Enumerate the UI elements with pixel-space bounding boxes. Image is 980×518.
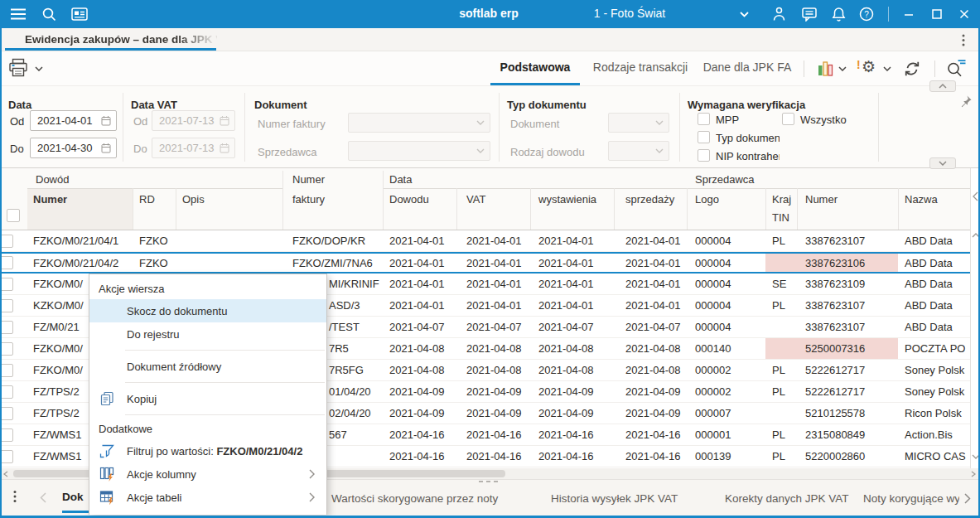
cell-kraj: PL <box>765 381 797 402</box>
hamburger-menu-icon[interactable] <box>11 8 26 20</box>
tabs-scroll-left-icon[interactable] <box>40 492 46 503</box>
column-header-wystawienia[interactable]: wystawienia <box>538 193 596 206</box>
column-header-numer-faktury[interactable]: Numer <box>292 173 325 186</box>
company-selector[interactable]: 1 - Foto Świat <box>547 7 712 20</box>
collapse-right-panel-icon[interactable] <box>973 191 978 201</box>
settings-alert-icon[interactable]: ! ⚙ <box>857 57 878 77</box>
close-button[interactable] <box>958 8 970 20</box>
chart-dropdown-chevron-icon[interactable] <box>838 66 847 71</box>
table-row[interactable]: FZKO/M0/21/04/1 FZKO FZKO/DOP/KR 2021-04… <box>0 230 970 252</box>
row-checkbox[interactable] <box>0 385 13 399</box>
row-checkbox[interactable] <box>0 407 13 420</box>
divider <box>125 350 325 351</box>
top-bar: softlab erp 1 - Foto Świat ? <box>0 0 980 28</box>
tab-podstawowa[interactable]: Podstawowa <box>490 61 580 74</box>
menu-item-filtruj-po-wartosci[interactable]: Filtruj po wartości: FZKO/M0/21/04/2 <box>89 439 326 462</box>
calendar-icon[interactable] <box>101 115 111 126</box>
cell-numer: FZKO/M0/21/04/1 <box>27 230 133 251</box>
column-header-rd[interactable]: RD <box>139 193 155 206</box>
row-checkbox[interactable] <box>0 364 13 377</box>
cell-numer: FZKO/M0/21/04/2 <box>27 254 133 272</box>
print-button[interactable] <box>8 58 28 78</box>
table-row-selected[interactable]: FZKO/M0/21/04/2 FZKO FZKO/ZMI/7NA6 2021-… <box>0 252 970 274</box>
cell-kraj: PL <box>765 446 797 467</box>
row-checkbox[interactable] <box>0 235 13 248</box>
tab-rodzaje-transakcji[interactable]: Rodzaje transakcji <box>583 61 698 74</box>
refresh-icon[interactable] <box>903 60 921 78</box>
collapse-panel-button[interactable] <box>929 80 956 92</box>
row-checkbox[interactable] <box>0 278 13 291</box>
bottom-tab-noty[interactable]: Noty korygujące wyst <box>863 492 959 505</box>
page-title[interactable]: Ewidencja zakupów – dane dla JPK VAT <box>25 33 217 46</box>
row-checkbox[interactable] <box>0 299 13 312</box>
menu-item-skocz-do-dokumentu[interactable]: Skocz do dokumentu <box>89 299 326 322</box>
scroll-right-icon[interactable] <box>971 471 976 477</box>
splitter-grip[interactable] <box>479 481 500 482</box>
row-checkbox[interactable] <box>0 256 13 269</box>
bottom-tab-dokumenty[interactable]: Dok <box>62 491 84 503</box>
column-header-logo[interactable]: Logo <box>695 193 719 206</box>
chevron-down-icon[interactable] <box>740 12 749 17</box>
search-icon[interactable] <box>41 7 56 22</box>
cell-data-wystawienia: 2021-04-01 <box>530 230 614 251</box>
cell-nazwa: ABD Data <box>898 230 970 251</box>
tab-dane-dla-jpk-fa[interactable]: Dane dla JPK FA <box>701 61 794 74</box>
row-checkbox[interactable] <box>0 321 13 334</box>
help-icon[interactable]: ? <box>859 7 874 22</box>
cell-nazwa: ABD Data <box>898 254 970 272</box>
column-actions-icon <box>99 467 115 482</box>
mpp-checkbox[interactable] <box>698 113 710 125</box>
numer-faktury-label: Numer faktury <box>258 118 326 130</box>
typ-dokumentu-checkbox[interactable] <box>698 131 710 143</box>
column-header-numer-faktury-2[interactable]: faktury <box>292 193 325 206</box>
column-header-kraj[interactable]: Kraj <box>772 193 791 206</box>
calendar-icon[interactable] <box>101 143 111 153</box>
news-icon[interactable] <box>71 7 88 21</box>
divider <box>176 188 176 230</box>
scroll-left-icon[interactable] <box>3 471 8 477</box>
cell-logo: 000139 <box>687 446 765 467</box>
select-all-checkbox[interactable] <box>7 209 20 222</box>
user-icon[interactable] <box>772 7 786 22</box>
bottom-tab-wartosci[interactable]: Wartości skorygowane przez noty <box>331 492 498 505</box>
cell-data-dowodu: 2021-04-01 <box>383 230 456 251</box>
maximize-button[interactable] <box>931 8 943 20</box>
minimize-button[interactable] <box>903 8 915 20</box>
column-header-tin[interactable]: TIN <box>772 211 789 224</box>
expand-panel-button[interactable] <box>929 157 956 169</box>
kebab-menu-icon[interactable] <box>962 34 965 46</box>
column-header-dowodu[interactable]: Dowodu <box>389 193 429 206</box>
column-header-nazwa[interactable]: Nazwa <box>905 193 938 206</box>
search-filter-icon[interactable] <box>946 59 967 78</box>
column-header-vat[interactable]: VAT <box>466 193 485 206</box>
row-checkbox[interactable] <box>0 428 13 442</box>
nip-kontrahenta-checkbox[interactable] <box>698 149 710 162</box>
column-header-numer[interactable]: Numer <box>33 193 67 206</box>
wszystko-checkbox[interactable] <box>782 113 794 125</box>
menu-item-akcje-tabeli[interactable]: Akcje tabeli <box>89 486 326 509</box>
print-dropdown-chevron-icon[interactable] <box>35 66 43 71</box>
kebab-menu-icon[interactable] <box>13 490 17 503</box>
row-checkbox[interactable] <box>0 450 13 463</box>
chat-icon[interactable] <box>802 7 818 22</box>
nip-kontrahenta-cb-label: NIP kontrahen <box>716 150 780 162</box>
menu-item-dokument-zrodlowy[interactable]: Dokument źródłowy <box>89 355 326 378</box>
date-from-input[interactable]: 2021-04-01 <box>30 110 117 131</box>
tabs-scroll-right-icon[interactable] <box>964 493 971 504</box>
menu-item-do-rejestru[interactable]: Do rejestru <box>89 322 326 346</box>
settings-dropdown-chevron-icon[interactable] <box>883 66 891 71</box>
date-to-input[interactable]: 2021-04-30 <box>30 138 117 158</box>
cell-kraj <box>765 403 797 424</box>
menu-item-kopiuj[interactable]: Kopiuj <box>89 387 326 410</box>
column-header-opis[interactable]: Opis <box>182 193 205 206</box>
row-checkbox[interactable] <box>0 342 13 356</box>
bottom-tab-korekty[interactable]: Korekty danych JPK VAT <box>725 492 849 505</box>
chart-icon[interactable] <box>817 61 833 76</box>
column-header-numer-tin[interactable]: Numer <box>805 193 838 206</box>
column-header-sprzedazy[interactable]: sprzedaży <box>625 193 674 206</box>
cell-kraj: PL <box>765 295 797 316</box>
bottom-tab-historia[interactable]: Historia wysyłek JPK VAT <box>551 492 678 505</box>
pin-icon[interactable] <box>959 94 973 108</box>
menu-item-akcje-kolumny[interactable]: Akcje kolumny <box>89 462 326 486</box>
bell-icon[interactable] <box>832 7 846 22</box>
